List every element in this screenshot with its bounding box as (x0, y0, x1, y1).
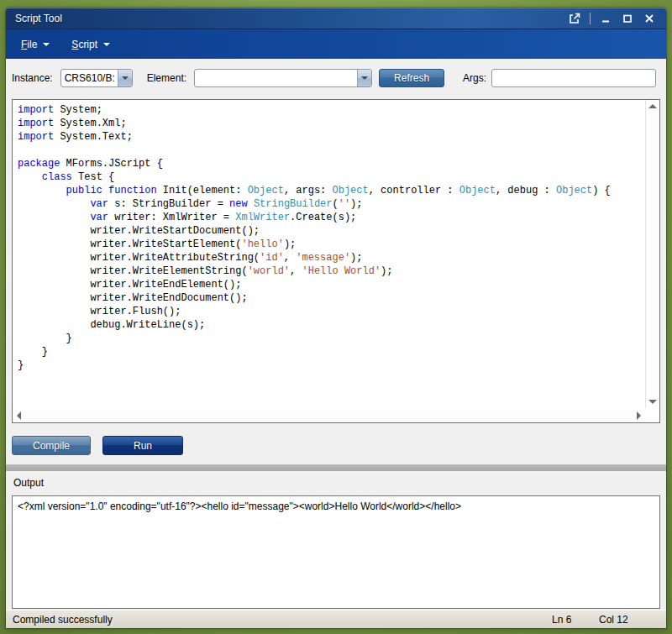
code-line: writer.WriteStartDocument(); (18, 224, 645, 238)
splitter-bar[interactable] (6, 464, 666, 471)
maximize-icon (622, 13, 633, 24)
status-bar: Compiled successfully Ln 6 Col 12 (6, 610, 666, 628)
scroll-down-icon[interactable] (648, 400, 657, 404)
code-line: writer.WriteStartElement('hello'); (18, 238, 645, 251)
vertical-scrollbar[interactable] (645, 100, 659, 408)
code-line: writer.WriteAttributeString('id', 'messa… (18, 251, 645, 265)
status-column-number: Col 12 (599, 614, 656, 626)
window-controls (566, 11, 666, 26)
menu-script[interactable]: Script (71, 39, 110, 50)
code-line: } (18, 345, 645, 359)
output-header: Output (13, 477, 44, 489)
popout-icon-glyph (569, 13, 580, 24)
code-line: import System; (18, 103, 645, 117)
minimize-icon (601, 13, 611, 24)
code-line: import System.Xml; (18, 117, 645, 130)
menu-script-label: Script (71, 39, 97, 50)
scroll-right-icon[interactable] (637, 411, 641, 420)
args-input[interactable] (491, 69, 656, 87)
chevron-down-icon (361, 76, 368, 80)
code-line: import System.Text; (18, 130, 645, 144)
code-line: var writer: XmlWriter = XmlWriter.Create… (18, 211, 645, 224)
popout-icon[interactable] (566, 11, 583, 26)
code-line: writer.WriteElementString('world', 'Hell… (18, 265, 645, 278)
instance-dropdown-button[interactable] (118, 70, 132, 86)
toolbar: Instance: CRS610/B: Element: Refresh Arg… (6, 69, 666, 87)
maximize-button[interactable] (619, 11, 636, 26)
run-button[interactable]: Run (102, 436, 183, 455)
code-line: package MForms.JScript { (18, 157, 645, 170)
code-editor: import System;import System.Xml;import S… (12, 99, 660, 423)
window-title: Script Tool (6, 13, 566, 24)
status-message: Compiled successfully (6, 614, 552, 626)
code-line: debug.WriteLine(s); (18, 318, 645, 332)
script-tool-window: Script Tool (6, 8, 666, 628)
element-value (195, 70, 357, 86)
chevron-down-icon (122, 76, 129, 80)
code-line: class Test { (18, 170, 645, 184)
instance-select[interactable]: CRS610/B: (60, 69, 133, 87)
instance-value: CRS610/B: (61, 70, 118, 86)
status-line-number: Ln 6 (552, 614, 599, 626)
code-area[interactable]: import System;import System.Xml;import S… (13, 100, 645, 408)
horizontal-scrollbar[interactable] (13, 408, 645, 422)
close-icon (644, 13, 654, 24)
chevron-down-icon (103, 43, 110, 46)
menu-bar: File Script (6, 29, 666, 59)
element-dropdown-button[interactable] (357, 70, 371, 86)
code-line: var s: StringBuilder = new StringBuilder… (18, 197, 645, 211)
code-line: } (18, 332, 645, 345)
menu-file[interactable]: File (21, 39, 50, 50)
refresh-button[interactable]: Refresh (379, 69, 444, 87)
scroll-up-icon[interactable] (648, 104, 657, 108)
code-line (18, 144, 645, 157)
minimize-button[interactable] (597, 11, 614, 26)
code-line: writer.Flush(); (18, 305, 645, 318)
client-area: Instance: CRS610/B: Element: Refresh Arg… (6, 59, 666, 628)
code-line: } (18, 359, 645, 372)
compile-button[interactable]: Compile (12, 436, 91, 455)
scroll-left-icon[interactable] (17, 411, 21, 420)
chevron-down-icon (43, 43, 50, 46)
output-box[interactable]: <?xml version="1.0" encoding="utf-16"?><… (12, 495, 660, 609)
close-button[interactable] (641, 11, 658, 26)
element-select[interactable] (194, 69, 372, 87)
code-line: public function Init(element: Object, ar… (18, 184, 645, 197)
code-line: writer.WriteEndElement(); (18, 278, 645, 291)
title-bar[interactable]: Script Tool (6, 8, 666, 29)
titlebar-separator (590, 13, 591, 24)
instance-label: Instance: (12, 72, 53, 84)
element-label: Element: (147, 72, 186, 84)
code-line: writer.WriteEndDocument(); (18, 291, 645, 305)
args-label: Args: (463, 72, 486, 84)
menu-file-label: File (21, 39, 37, 50)
